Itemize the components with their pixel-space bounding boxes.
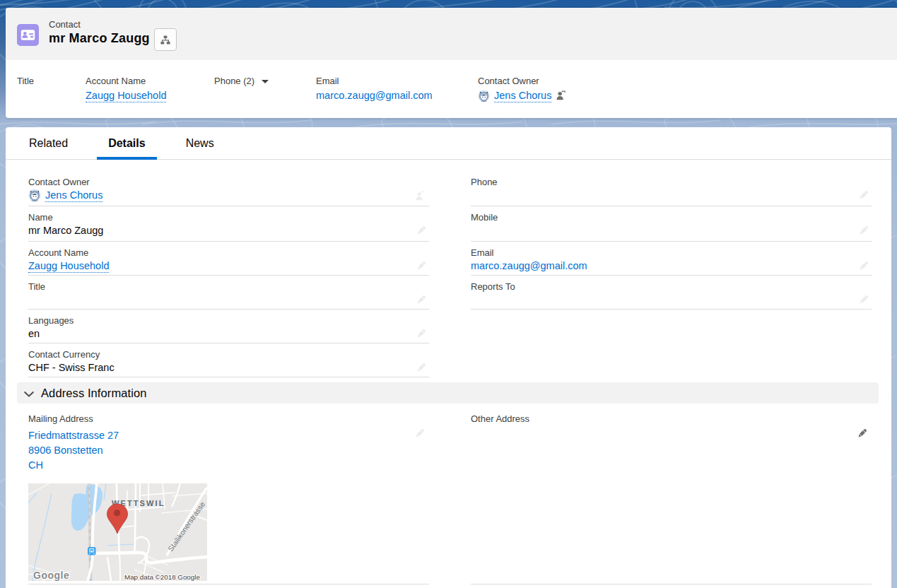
svg-text:Google: Google [33,570,69,581]
svg-text:Map data ©2018 Google: Map data ©2018 Google [124,573,200,581]
